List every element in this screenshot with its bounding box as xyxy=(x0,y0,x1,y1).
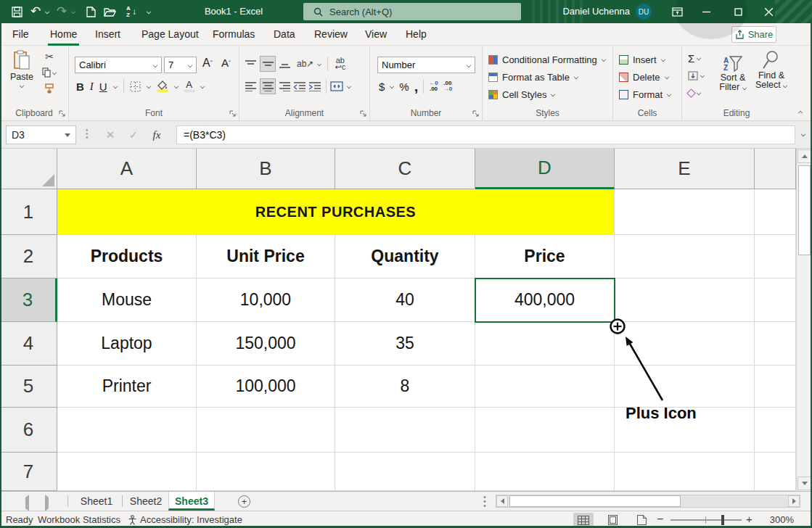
copy-icon[interactable] xyxy=(42,66,57,79)
cell-b4[interactable]: 150,000 xyxy=(197,322,335,366)
conditional-formatting-button[interactable]: Conditional Formatting xyxy=(488,51,606,68)
paste-button[interactable]: Paste xyxy=(4,50,39,88)
cell-d7[interactable] xyxy=(475,453,615,491)
number-format-select[interactable]: Number xyxy=(377,57,475,73)
cell-b6[interactable] xyxy=(197,408,335,453)
decrease-decimal-icon[interactable]: .00→0 xyxy=(443,81,452,92)
cell-f3[interactable] xyxy=(755,279,796,322)
tab-data[interactable]: Data xyxy=(271,23,298,46)
tab-formulas[interactable]: Formulas xyxy=(210,23,257,46)
middle-align-icon[interactable] xyxy=(260,56,276,72)
name-box-dropdown-icon[interactable] xyxy=(65,133,70,137)
expand-formula-bar-icon[interactable] xyxy=(801,132,805,136)
tab-help[interactable]: Help xyxy=(403,23,429,46)
new-sheet-icon[interactable]: + xyxy=(238,495,250,508)
column-header-c[interactable]: C xyxy=(335,149,475,189)
qat-customize-icon[interactable] xyxy=(147,9,151,14)
user-name[interactable]: Daniel Uchenna xyxy=(551,0,630,23)
undo-icon[interactable]: ↶ xyxy=(26,0,45,23)
prev-sheet-icon[interactable] xyxy=(25,498,29,508)
cell-f7[interactable] xyxy=(755,453,796,491)
align-right-icon[interactable] xyxy=(279,82,290,91)
normal-view-icon[interactable] xyxy=(573,513,594,527)
percent-style-button[interactable]: % xyxy=(399,81,409,93)
formula-bar-grip[interactable]: ••• xyxy=(86,128,89,139)
cell-styles-button[interactable]: Cell Styles xyxy=(488,86,555,103)
vertical-scrollbar[interactable] xyxy=(796,149,812,491)
save-icon[interactable] xyxy=(7,0,26,23)
cell-b3[interactable]: 10,000 xyxy=(197,279,335,322)
row-header-2[interactable]: 2 xyxy=(0,235,57,279)
underline-chevron-icon[interactable] xyxy=(113,84,118,88)
cut-icon[interactable]: ✂ xyxy=(42,50,57,63)
cell-d6[interactable] xyxy=(475,408,615,453)
zoom-in-icon[interactable]: + xyxy=(746,511,752,527)
cell-e3[interactable] xyxy=(615,279,755,322)
column-header-partial[interactable] xyxy=(755,149,796,189)
row-header-6[interactable]: 6 xyxy=(0,408,57,453)
row-header-7[interactable]: 7 xyxy=(0,453,57,491)
collapse-ribbon-icon[interactable] xyxy=(798,111,803,115)
cell-d5[interactable] xyxy=(475,366,615,408)
increase-font-size-icon[interactable]: Aˆ xyxy=(202,57,213,70)
scroll-down-icon[interactable] xyxy=(797,477,811,490)
next-sheet-icon[interactable] xyxy=(45,498,49,508)
delete-cells-button[interactable]: Delete xyxy=(619,68,669,86)
row-header-4[interactable]: 4 xyxy=(0,322,57,366)
avatar[interactable]: DU xyxy=(636,4,652,20)
cell-b5[interactable]: 100,000 xyxy=(197,366,335,408)
fill-color-chevron-icon[interactable] xyxy=(174,84,179,88)
cell-c4[interactable]: 35 xyxy=(335,322,475,366)
borders-button[interactable] xyxy=(130,81,141,92)
formula-input[interactable]: =(B3*C3) xyxy=(176,125,795,144)
cell-d3-selected[interactable]: 400,000 xyxy=(475,279,615,322)
cell-e5[interactable] xyxy=(615,366,755,408)
cell-f2[interactable] xyxy=(755,235,796,279)
tab-home[interactable]: Home xyxy=(48,23,79,46)
page-layout-view-icon[interactable] xyxy=(602,513,623,527)
cell-a7[interactable] xyxy=(57,453,197,491)
underline-button[interactable]: U xyxy=(99,81,107,93)
tabbar-grip[interactable]: ••• xyxy=(483,495,486,508)
sheet-tab-3-active[interactable]: Sheet3 xyxy=(168,492,215,511)
cell-e7[interactable] xyxy=(615,453,755,491)
find-select-button[interactable]: Find & Select xyxy=(753,50,790,90)
cell-e4[interactable] xyxy=(615,322,755,366)
column-header-d[interactable]: D xyxy=(475,149,615,189)
insert-function-button[interactable]: fx xyxy=(147,125,167,144)
cell-a2[interactable]: Products xyxy=(57,235,197,279)
autosum-button[interactable]: Σ xyxy=(688,51,705,65)
borders-chevron-icon[interactable] xyxy=(147,84,151,88)
format-cells-button[interactable]: Format xyxy=(619,86,671,103)
scroll-right-icon[interactable] xyxy=(788,495,800,507)
decrease-font-size-icon[interactable]: Aˇ xyxy=(221,57,231,69)
accounting-chevron-icon[interactable] xyxy=(390,84,394,88)
cell-f1[interactable] xyxy=(755,189,796,235)
cell-c6[interactable] xyxy=(335,408,475,453)
close-button[interactable] xyxy=(756,0,781,23)
number-dialog-launcher-icon[interactable] xyxy=(472,110,479,117)
format-painter-icon[interactable] xyxy=(42,82,57,95)
select-all-button[interactable] xyxy=(0,149,57,189)
cell-b7[interactable] xyxy=(197,453,335,491)
ribbon-display-options-icon[interactable] xyxy=(665,0,689,23)
accounting-format-button[interactable]: $ xyxy=(379,81,385,93)
cell-e2[interactable] xyxy=(615,235,755,279)
column-header-e[interactable]: E xyxy=(615,149,755,189)
merge-center-icon[interactable] xyxy=(330,81,343,91)
bottom-align-icon[interactable] xyxy=(279,59,290,69)
insert-cells-button[interactable]: Insert xyxy=(619,51,665,68)
center-align-icon[interactable] xyxy=(260,78,276,94)
sheet-tab-1[interactable]: Sheet1 xyxy=(72,492,121,511)
clear-button[interactable] xyxy=(688,86,705,100)
zoom-out-icon[interactable]: − xyxy=(657,511,663,527)
horizontal-scrollbar-thumb[interactable] xyxy=(509,495,681,507)
vertical-scrollbar-thumb[interactable] xyxy=(798,165,811,255)
cell-a5[interactable]: Printer xyxy=(57,366,197,408)
row-header-5[interactable]: 5 xyxy=(0,366,57,408)
cell-c7[interactable] xyxy=(335,453,475,491)
name-box[interactable]: D3 xyxy=(6,125,76,144)
tab-view[interactable]: View xyxy=(363,23,389,46)
fill-color-button[interactable] xyxy=(157,81,168,92)
format-as-table-button[interactable]: Format as Table xyxy=(488,68,578,86)
